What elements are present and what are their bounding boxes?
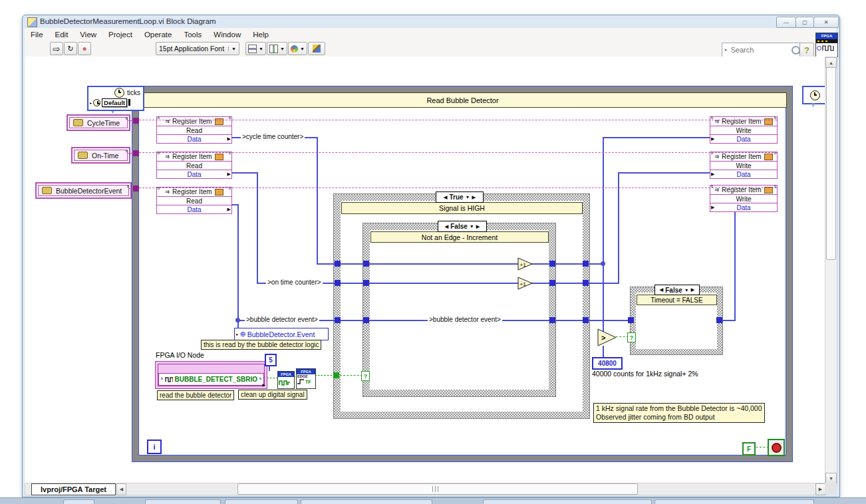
taskbar-button[interactable] [301, 499, 432, 504]
tunnel [583, 261, 589, 267]
chevron-down-icon[interactable]: ▼ [684, 288, 689, 293]
timed-loop-input-node[interactable]: ticks ▸ Default [87, 86, 144, 111]
vertical-scroll-thumb[interactable] [826, 67, 836, 260]
menu-help[interactable]: Help [247, 28, 275, 41]
menu-edit[interactable]: Edit [49, 28, 74, 41]
numeric-constant[interactable]: 5 [265, 354, 277, 366]
toolbar: ⇨ ↻ ● 15pt Application Font ▼ ▼ ▼ ▼ [25, 41, 836, 57]
comment-box[interactable]: this is read by the bubble detector logi… [201, 340, 321, 350]
greater-than-node[interactable]: > [597, 328, 617, 346]
chevron-down-icon[interactable]: ▼ [466, 195, 470, 199]
free-label[interactable]: 40000 counts for 1kHz signal+ 2% [592, 370, 698, 378]
clean-up-diagram-button[interactable] [308, 42, 325, 55]
font-selector[interactable]: 15pt Application Font ▼ [156, 42, 239, 55]
comment-box[interactable]: 1 kHz signal rate from the Bubble Detect… [593, 403, 765, 423]
search-history-icon[interactable]: ▸ [725, 47, 728, 53]
run-continuous-button[interactable]: ↻ [64, 42, 77, 55]
terminal-ontime[interactable]: On-Time ᵇ [71, 147, 130, 164]
scroll-left-button[interactable]: ◀ [116, 483, 126, 495]
case-next-icon[interactable]: ▶ [472, 195, 476, 200]
register-item-write[interactable]: ᵇ ⇉ Register Item ᵇ Write ▶ Data [710, 185, 778, 212]
menu-view[interactable]: View [74, 28, 102, 41]
taskbar-button[interactable] [225, 499, 298, 504]
search-input[interactable] [730, 45, 790, 55]
register-operation: Write [736, 127, 751, 134]
scroll-right-button[interactable]: ▶ [815, 483, 825, 495]
menu-tools[interactable]: Tools [178, 28, 208, 41]
wire-label[interactable]: >bubble detector event> [245, 316, 319, 323]
wire-label[interactable]: >on time counter> [266, 279, 323, 286]
taskbar-button[interactable] [145, 499, 221, 504]
taskbar-button[interactable] [63, 499, 94, 504]
fpga-io-node[interactable]: ᵇ BUBBLE_DETECT_SBRIO ᵇ ▶ [155, 361, 267, 389]
case-prev-icon[interactable]: ◀ [444, 195, 447, 200]
wire-label[interactable]: >cycle time counter> [241, 133, 305, 140]
case-selector-value[interactable]: False [450, 223, 468, 230]
case-next-icon[interactable]: ▶ [691, 287, 694, 293]
horizontal-scroll-thumb[interactable] [237, 483, 638, 495]
menu-window[interactable]: Window [208, 28, 247, 41]
register-item-read[interactable]: ᵇ ⇉ Register Item ᵇ Read Data ▶ [156, 116, 232, 144]
maximize-button[interactable]: ▢ [795, 17, 814, 28]
register-item-read[interactable]: ᵇ ⇉ Register Item ᵇ Read Data ▶ [156, 152, 232, 179]
case-prev-icon[interactable]: ◀ [445, 224, 448, 229]
register-operation: Write [736, 195, 751, 203]
case-next-icon[interactable]: ▶ [476, 224, 480, 229]
menu-file[interactable]: File [25, 28, 49, 41]
fpga-filter-node[interactable]: FPGA [277, 371, 295, 389]
case-selector-value[interactable]: False [665, 287, 682, 294]
menu-operate[interactable]: Operate [138, 28, 178, 41]
case-signal-high-selector[interactable]: ◀ True ▼ ▶ [436, 191, 484, 203]
wire-label[interactable]: >bubble detector event> [428, 316, 502, 323]
run-button[interactable]: ⇨ [50, 42, 63, 55]
case-timeout-selector[interactable]: ◀ False ▼ ▶ [654, 285, 700, 295]
wire [720, 320, 736, 321]
context-tab[interactable]: lvproj/FPGA Target [31, 483, 116, 495]
tunnel [363, 280, 369, 286]
register-item-write[interactable]: ᵇ ⇉ Register Item ᵇ Write ▶ Data [710, 116, 778, 144]
global-variable-node[interactable]: ▸ ⊕ BubbleDetector.Event [234, 328, 329, 340]
io-node-caption[interactable]: FPGA I/O Node [156, 351, 204, 359]
case-not-an-edge-selector[interactable]: ◀ False ▼ ▶ [438, 221, 487, 232]
terminal-label: BubbleDetectorEvent [56, 187, 122, 195]
false-constant[interactable]: F [742, 442, 756, 455]
minimize-button[interactable]: — [776, 17, 796, 28]
close-button[interactable]: ✕ [813, 17, 839, 28]
terminal-bubbledetectorevent[interactable]: BubbleDetectorEvent ᵇ [35, 182, 132, 199]
tunnel [583, 280, 589, 286]
run-icon: ⇨ [53, 44, 61, 54]
comment-box[interactable]: clean up digital signal [238, 390, 307, 400]
menu-project[interactable]: Project [102, 28, 138, 41]
register-item-read[interactable]: ᵇ ⇉ Register Item ᵇ Read Data ▶ [156, 187, 232, 214]
distribute-objects-dropdown[interactable]: ▼ [267, 42, 287, 55]
scroll-up-button[interactable]: ▲ [825, 57, 837, 68]
increment-node[interactable]: +1 [517, 257, 533, 271]
numeric-constant[interactable]: 40800 [592, 357, 623, 370]
help-button[interactable]: ? [799, 43, 814, 57]
corner-tag-icon: ᵇ [158, 116, 160, 122]
case-structure-not-an-edge[interactable] [363, 223, 555, 396]
scroll-down-button[interactable]: ▼ [825, 473, 837, 483]
case-selector-terminal: ? [361, 371, 370, 381]
register-item-write[interactable]: ᵇ ⇉ Register Item ᵇ Write ▶ Data [710, 152, 778, 179]
register-operation: Write [736, 162, 751, 170]
increment-node[interactable]: +1 [517, 277, 533, 290]
chevron-down-icon[interactable]: ▼ [470, 224, 474, 229]
case-prev-icon[interactable]: ◀ [660, 287, 663, 293]
search-box[interactable]: ▸ [722, 43, 803, 57]
fpga-target-icon[interactable]: FPGA [815, 33, 838, 57]
fpga-edge-detect-node[interactable]: FPGA EDGE TF [296, 368, 316, 389]
terminal-cycletime[interactable]: CycleTime ᵇ [67, 114, 130, 131]
resize-objects-dropdown[interactable]: ▼ [288, 42, 307, 55]
iteration-terminal[interactable]: i [147, 440, 162, 454]
taskbar-button[interactable] [483, 499, 652, 504]
stop-terminal[interactable] [768, 439, 785, 456]
abort-button[interactable]: ● [78, 42, 91, 55]
numeric-terminal-icon [42, 187, 52, 194]
register-data-label: Data [736, 204, 750, 211]
align-objects-dropdown[interactable]: ▼ [245, 42, 266, 55]
loop-period-value[interactable]: Default [102, 98, 127, 107]
case-selector-value[interactable]: True [449, 193, 463, 201]
comment-box[interactable]: read the bubble detector [157, 390, 234, 400]
taskbar-button[interactable] [654, 499, 814, 504]
